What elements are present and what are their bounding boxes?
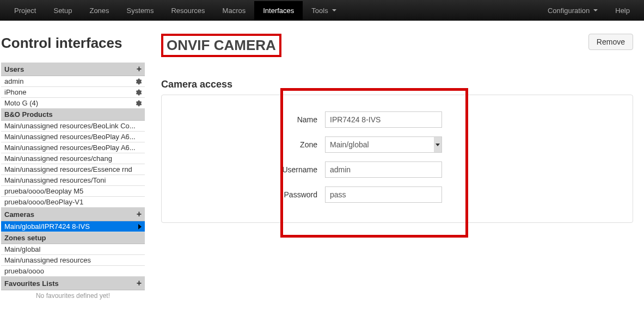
gear-icon[interactable] [135, 78, 142, 85]
sidebar-item-product[interactable]: prueba/oooo/BeoPlay-V1 [1, 197, 145, 208]
zone-select-value: Main/global [330, 140, 369, 149]
password-label: Password [162, 190, 325, 199]
favourites-empty-note: No favourites defined yet! [1, 290, 145, 301]
section-favourites-label: Favourites Lists [4, 279, 59, 288]
sidebar-item-label: iPhone [4, 88, 26, 96]
sidebar-item-product[interactable]: Main/unassigned resources/BeoLink Co... [1, 121, 145, 132]
section-cameras-label: Cameras [4, 210, 34, 219]
nav-configuration[interactable]: Configuration [539, 1, 606, 20]
section-zones: Zones setup [1, 232, 145, 244]
sidebar-item-user[interactable]: admin [1, 76, 145, 87]
nav-project[interactable]: Project [5, 1, 45, 20]
nav-macros[interactable]: Macros [214, 1, 255, 20]
nav-zones[interactable]: Zones [81, 1, 118, 20]
chevron-down-icon [593, 9, 598, 11]
section-cameras: Cameras + [1, 208, 145, 221]
section-products: B&O Products [1, 109, 145, 121]
nav-resources[interactable]: Resources [162, 1, 213, 20]
chevron-down-icon [434, 137, 441, 152]
remove-button[interactable]: Remove [588, 34, 633, 50]
zone-select[interactable]: Main/global [325, 136, 442, 153]
nav-interfaces[interactable]: Interfaces [254, 1, 303, 20]
page-title: ONVIF CAMERA [161, 34, 281, 57]
sidebar: Control interfaces Users + admin iPhone … [0, 21, 145, 301]
sidebar-item-product[interactable]: Main/unassigned resources/Essence rnd [1, 164, 145, 175]
sidebar-item-zone[interactable]: Main/unassigned resources [1, 255, 145, 266]
sidebar-item-label: Moto G (4) [4, 99, 38, 107]
sidebar-item-zone[interactable]: prueba/oooo [1, 266, 145, 277]
main-content: ONVIF CAMERA Remove Camera access Name Z… [145, 21, 644, 301]
nav-setup[interactable]: Setup [45, 1, 81, 20]
add-user-icon[interactable]: + [137, 64, 142, 74]
sidebar-item-product[interactable]: Main/unassigned resources/Toni [1, 175, 145, 186]
section-products-label: B&O Products [4, 110, 53, 119]
sidebar-item-user[interactable]: Moto G (4) [1, 98, 145, 109]
nav-help[interactable]: Help [606, 1, 639, 20]
username-input[interactable] [325, 161, 442, 178]
sidebar-item-zone[interactable]: Main/global [1, 244, 145, 255]
add-favourite-icon[interactable]: + [137, 278, 142, 288]
sidebar-item-product[interactable]: Main/unassigned resources/BeoPlay A6... [1, 132, 145, 142]
sidebar-item-product[interactable]: prueba/oooo/Beoplay M5 [1, 186, 145, 197]
chevron-down-icon [332, 9, 336, 11]
sidebar-item-product[interactable]: Main/unassigned resources/chang [1, 153, 145, 164]
nav-right: Configuration Help [539, 1, 639, 20]
sidebar-title: Control interfaces [1, 35, 145, 52]
add-camera-icon[interactable]: + [137, 209, 142, 219]
sidebar-item-user[interactable]: iPhone [1, 87, 145, 98]
top-navbar: Project Setup Zones Systems Resources Ma… [0, 0, 644, 21]
sidebar-item-camera[interactable]: Main/global/IPR7424 8-IVS [1, 221, 145, 232]
section-favourites: Favourites Lists + [1, 277, 145, 290]
section-zones-label: Zones setup [4, 234, 46, 242]
nav-systems[interactable]: Systems [118, 1, 163, 20]
triangle-right-icon [138, 224, 142, 229]
gear-icon[interactable] [135, 89, 142, 96]
section-users-label: Users [4, 65, 24, 73]
section-users: Users + [1, 63, 145, 76]
nav-left: Project Setup Zones Systems Resources Ma… [5, 1, 345, 20]
camera-access-form: Name Zone Main/global Username Password [161, 95, 633, 223]
nav-tools-label: Tools [311, 7, 328, 15]
sidebar-item-label: admin [4, 77, 23, 85]
camera-access-title: Camera access [161, 79, 633, 90]
sidebar-item-product[interactable]: Main/unassigned resources/BeoPlay A6... [1, 142, 145, 153]
password-input[interactable] [325, 186, 442, 203]
nav-configuration-label: Configuration [548, 7, 590, 15]
sidebar-item-label: Main/global/IPR7424 8-IVS [4, 222, 90, 231]
username-label: Username [162, 165, 325, 174]
gear-icon[interactable] [135, 100, 142, 107]
name-input[interactable] [325, 111, 442, 128]
name-label: Name [162, 115, 325, 124]
zone-label: Zone [162, 140, 325, 149]
nav-tools[interactable]: Tools [303, 1, 345, 20]
